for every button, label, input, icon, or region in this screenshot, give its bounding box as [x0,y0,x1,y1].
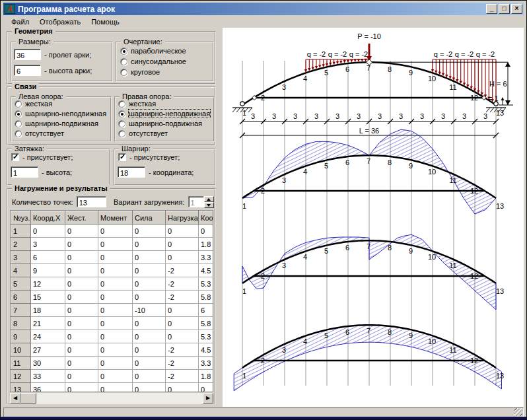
table-cell[interactable]: 0 [98,264,133,277]
arch-height-input[interactable] [14,65,41,76]
load-variant-value[interactable] [188,196,204,207]
table-cell[interactable]: 0 [133,330,166,343]
row-header[interactable]: 5 [11,277,31,291]
table-cell[interactable]: 0 [98,251,133,264]
hinge-present-checkbox[interactable]: - присутствует; [118,153,180,161]
table-cell[interactable]: -2 [166,264,199,277]
table-cell[interactable]: 21 [31,317,65,330]
load-variant-spinner[interactable] [188,196,214,208]
row-header[interactable]: 10 [11,343,31,357]
table-cell[interactable]: 0 [133,383,166,393]
table-cell[interactable]: 0 [133,251,166,264]
table-cell[interactable]: 3 [31,238,65,251]
table-cell[interactable]: 6 [199,304,214,317]
radio-left-none[interactable]: отсутствует [15,129,64,137]
table-cell[interactable]: 0 [133,370,166,383]
table-cell[interactable]: 0 [166,304,199,317]
table-cell[interactable]: 3.3 [199,357,214,370]
table-cell[interactable]: 0 [65,357,98,370]
table-cell[interactable]: 0 [65,291,98,304]
table-cell[interactable]: -10 [133,304,166,317]
spinner-down-button[interactable] [204,202,214,208]
table-cell[interactable]: 5.8 [199,317,214,330]
table-cell[interactable]: 0 [98,357,133,370]
table-cell[interactable]: 0 [98,277,133,291]
table-cell[interactable]: 12 [31,277,65,291]
title-bar[interactable]: A Программа расчета арок _ □ × [3,3,524,15]
table-cell[interactable]: 0 [133,291,166,304]
table-cell[interactable]: -2 [166,277,199,291]
table-cell[interactable]: 0 [166,383,199,393]
table-cell[interactable]: 24 [31,330,65,343]
radio-outline-sinusoidal[interactable]: синусоидальное [120,57,186,65]
table-cell[interactable]: 0 [133,343,166,357]
radio-right-pinned-fixed[interactable]: шарнирно-неподвижная [118,110,210,118]
table-cell[interactable]: 6 [31,251,65,264]
table-cell[interactable]: 1.8 [199,238,214,251]
points-count-input[interactable] [77,196,106,207]
menu-display[interactable]: Отображать [34,17,86,26]
table-cell[interactable]: 0 [166,251,199,264]
table-cell[interactable]: 0 [65,370,98,383]
table-cell[interactable]: -2 [166,291,199,304]
table-cell[interactable]: 0 [65,251,98,264]
table-cell[interactable]: 0 [166,330,199,343]
tie-height-input[interactable] [11,166,38,178]
table-cell[interactable]: 5.8 [199,291,214,304]
table-cell[interactable]: 0 [65,277,98,291]
table-cell[interactable]: 1.8 [199,370,214,383]
table-cell[interactable]: 0 [98,304,133,317]
table-cell[interactable]: 0 [166,238,199,251]
row-header[interactable]: 1 [11,225,31,238]
table-cell[interactable]: 18 [31,304,65,317]
table-cell[interactable]: 0 [65,330,98,343]
table-cell[interactable]: 0 [133,238,166,251]
table-cell[interactable]: 0 [133,317,166,330]
table-cell[interactable]: 0 [65,304,98,317]
table-cell[interactable]: 0 [166,317,199,330]
row-header[interactable]: 11 [11,357,31,370]
maximize-button[interactable]: □ [499,4,510,14]
table-cell[interactable]: 0 [98,291,133,304]
table-cell[interactable]: 5.3 [199,330,214,343]
table-cell[interactable]: 0 [133,264,166,277]
row-header[interactable]: 12 [11,370,31,383]
radio-outline-circular[interactable]: круговое [120,68,160,76]
table-cell[interactable]: -2 [166,370,199,383]
table-cell[interactable]: 9 [31,264,65,277]
table-cell[interactable]: 36 [31,383,65,393]
table-cell[interactable]: 0 [98,370,133,383]
table-cell[interactable]: 0 [65,317,98,330]
radio-right-pinned-roller[interactable]: шарнирно-подвижная [118,120,202,127]
resize-grip[interactable] [514,408,522,416]
row-header[interactable]: 13 [11,383,31,393]
table-cell[interactable]: 0 [98,238,133,251]
table-cell[interactable]: 0 [65,225,98,238]
radio-left-pinned-fixed[interactable]: шарнирно-неподвижная [15,110,106,118]
table-cell[interactable]: 0 [31,225,65,238]
menu-help[interactable]: Помощь [86,17,125,26]
table-cell[interactable]: 30 [31,357,65,370]
tie-present-checkbox[interactable]: - присутствует; [11,153,73,161]
scroll-right-button[interactable]: ▶ [203,393,213,403]
table-cell[interactable]: 0 [98,317,133,330]
table-cell[interactable]: 0 [65,343,98,357]
close-button[interactable]: × [511,4,522,14]
table-cell[interactable]: 0 [65,383,98,393]
row-header[interactable]: 4 [11,264,31,277]
table-cell[interactable]: 0 [133,277,166,291]
table-cell[interactable]: 33 [31,370,65,383]
row-header[interactable]: 8 [11,317,31,330]
table-cell[interactable]: 0 [166,225,199,238]
radio-left-pinned-roller[interactable]: шарнирно-подвижная [15,120,98,127]
row-header[interactable]: 7 [11,304,31,317]
radio-outline-parabolic[interactable]: параболическое [120,47,186,55]
row-header[interactable]: 9 [11,330,31,343]
table-cell[interactable]: 0 [98,225,133,238]
table-cell[interactable]: 0 [65,264,98,277]
row-header[interactable]: 3 [11,251,31,264]
menu-file[interactable]: Файл [6,17,34,26]
minimize-button[interactable]: _ [486,4,497,14]
table-cell[interactable]: 27 [31,343,65,357]
table-cell[interactable]: 0 [98,330,133,343]
